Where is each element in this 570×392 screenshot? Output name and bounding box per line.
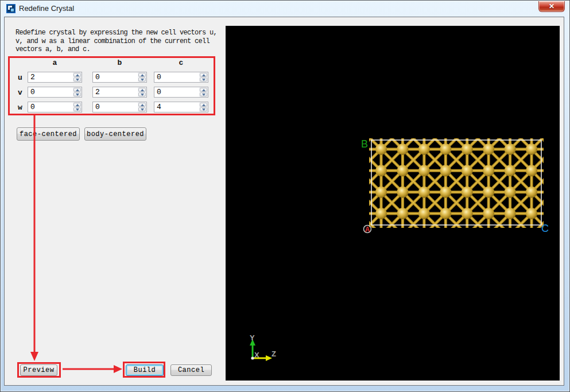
atom [418,208,430,219]
atom [526,208,537,219]
atom [483,143,494,155]
atom [418,143,430,155]
close-button[interactable]: ✕ [538,1,565,12]
atom [375,165,387,176]
spinner-w-c [199,102,208,112]
cancel-button[interactable]: Cancel [170,364,212,376]
arrow-down-icon [141,108,144,111]
arrow-down-icon [141,94,144,96]
spin-up-button[interactable] [200,88,207,92]
atom [418,187,430,198]
matrix-input-w-a[interactable] [28,102,73,112]
arrow-up-icon [202,74,205,76]
build-button[interactable]: Build [126,364,164,376]
atom [397,143,408,155]
matrix-cell-v-c [154,87,208,98]
spin-down-button[interactable] [200,107,207,111]
dialog-window: Redefine Crystal ✕ Redefine crystal by e… [0,0,570,392]
spinner-u-c [199,72,208,82]
atom [505,208,516,219]
spin-down-button[interactable] [200,77,207,81]
spin-down-button[interactable] [138,92,146,96]
atom [440,143,451,155]
face-centered-button[interactable]: face-centered [17,127,80,141]
spin-down-button[interactable] [138,107,146,111]
atom [375,143,387,155]
title-bar[interactable]: Redefine Crystal ✕ [1,1,569,17]
spin-up-button[interactable] [200,73,207,77]
matrix-row-header-u: u [15,73,25,82]
atom [397,208,408,219]
arrow-up-icon [141,74,144,76]
cell-axis-c-label: C [541,223,549,234]
atom [526,165,537,176]
matrix-col-header-a: a [28,59,82,67]
spin-down-button[interactable] [73,107,81,111]
app-icon [6,4,15,13]
arrow-up-icon [76,104,79,106]
atom [440,187,451,198]
atom [462,143,473,155]
spin-up-button[interactable] [73,103,81,107]
atom [483,187,494,198]
cell-axis-a-label: A [365,226,370,234]
matrix-cell-u-c [154,72,208,83]
atom [505,187,516,198]
arrow-down-icon [202,108,205,111]
window-title: Redefine Crystal [19,4,74,13]
body-centered-button[interactable]: body-centered [84,127,146,141]
arrow-down-icon [76,94,79,96]
arrow-up-icon [202,104,205,106]
cell-axis-b-label: B [361,138,368,150]
y-axis-label: Y [250,333,255,342]
atom [440,208,451,219]
preview-button[interactable]: Preview [20,364,57,376]
atom [397,187,408,198]
matrix-cell-u-b [92,72,147,83]
arrow-up-icon [76,74,79,76]
atom [462,165,473,176]
spin-down-button[interactable] [200,92,207,96]
matrix-cell-v-b [92,87,147,98]
spin-up-button[interactable] [138,103,146,107]
arrow-up-icon [141,89,144,91]
matrix-input-u-a[interactable] [28,72,73,82]
matrix-input-v-c[interactable] [154,87,199,97]
arrow-down-icon [202,94,205,96]
orientation-triad: Y Z X [250,333,276,361]
matrix-input-w-b[interactable] [93,102,138,112]
spinner-v-c [199,87,208,97]
spin-up-button[interactable] [73,73,81,77]
atom [440,165,451,176]
matrix-col-header-b: b [92,59,147,67]
spin-up-button[interactable] [138,88,146,92]
matrix-cell-w-b [92,102,147,112]
matrix-input-v-b[interactable] [93,87,138,97]
spin-up-button[interactable] [73,88,81,92]
matrix-row-header-w: w [15,103,25,112]
arrow-down-icon [202,79,205,81]
arrow-down-icon [141,79,144,81]
matrix-input-u-c[interactable] [154,72,199,82]
spin-down-button[interactable] [138,77,146,81]
arrow-up-icon [76,89,79,91]
spinner-u-b [138,72,146,82]
matrix-input-w-c[interactable] [154,102,199,112]
matrix-row-header-v: v [15,88,25,97]
atom [462,187,473,198]
spin-up-button[interactable] [138,73,146,77]
matrix-cell-v-a [28,87,82,98]
matrix-cell-u-a [28,72,82,83]
spin-down-button[interactable] [73,77,81,81]
spinner-w-b [138,102,146,112]
triad-origin-dot [251,356,254,359]
matrix-cell-w-c [154,102,208,112]
atom [483,208,494,219]
matrix-input-u-b[interactable] [93,72,138,82]
matrix-input-v-a[interactable] [28,87,73,97]
spin-up-button[interactable] [200,103,207,107]
spin-down-button[interactable] [73,92,81,96]
dialog-client-area: Redefine crystal by expressing the new c… [4,17,564,386]
atom [483,165,494,176]
structure-viewport-3d[interactable]: B A C Y Z X [226,26,560,381]
